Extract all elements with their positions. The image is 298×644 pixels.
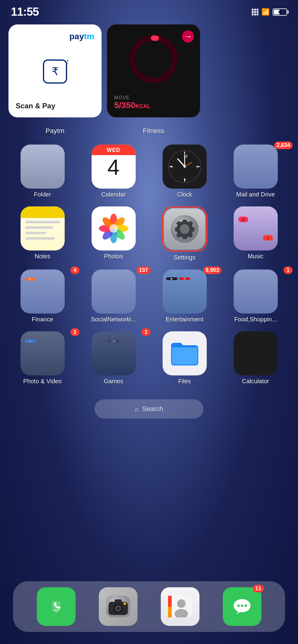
entertainment-app-icon: ▶ N bbox=[163, 269, 207, 314]
app-item-settings[interactable]: Settings bbox=[151, 206, 219, 261]
photos-label: Photos bbox=[104, 253, 123, 260]
svg-point-27 bbox=[180, 224, 189, 234]
notes-label: Notes bbox=[34, 253, 50, 260]
folder-app-icon bbox=[21, 145, 65, 189]
app-item-photo-video[interactable]: Lr 1 Photo & Video bbox=[8, 331, 76, 385]
finance-badge: 4 bbox=[70, 266, 79, 274]
paytm-widget-label: Paytm bbox=[8, 127, 102, 135]
games-badge: 1 bbox=[141, 328, 151, 336]
photo-video-badge: 1 bbox=[70, 328, 79, 336]
app-item-files[interactable]: Files bbox=[151, 331, 219, 385]
app-item-photos[interactable]: Photos bbox=[79, 206, 147, 261]
food-label: Food,Shoppin... bbox=[234, 316, 277, 323]
svg-rect-39 bbox=[168, 596, 172, 607]
calculator-label: Calculator bbox=[242, 378, 269, 385]
gear-svg bbox=[170, 214, 200, 244]
dock-app-camera[interactable] bbox=[99, 587, 138, 626]
settings-highlight-border bbox=[162, 206, 207, 252]
files-label: Files bbox=[178, 378, 191, 385]
fitness-widget-label: Fitness bbox=[107, 127, 200, 135]
music-label: Music bbox=[248, 253, 263, 260]
search-bar[interactable]: ⌕ Search bbox=[95, 399, 203, 419]
svg-point-36 bbox=[124, 602, 126, 605]
food-app-icon bbox=[234, 269, 278, 314]
settings-label: Settings bbox=[173, 254, 195, 261]
dock-app-messages[interactable]: 11 bbox=[223, 587, 261, 626]
settings-app-icon bbox=[164, 208, 206, 250]
contacts-svg bbox=[168, 596, 192, 617]
app-item-clock[interactable]: 12 6 9 3 Clock bbox=[151, 145, 219, 198]
clock-app-icon: 12 6 9 3 bbox=[163, 145, 207, 189]
cal-date: 4 bbox=[107, 156, 119, 178]
fitness-ring-svg bbox=[128, 33, 179, 85]
app-item-mail-drive[interactable]: 2,634 Mail and Drive bbox=[222, 145, 290, 198]
move-label: MOVE bbox=[114, 95, 151, 100]
app-item-finance[interactable]: Fi 4 Finance bbox=[8, 269, 76, 323]
entertainment-badge: 8,903 bbox=[203, 266, 222, 274]
app-grid: Folder WED 4 Calendar 12 bbox=[8, 145, 290, 385]
app-item-food[interactable]: 1 Food,Shoppin... bbox=[222, 269, 290, 323]
svg-text:3: 3 bbox=[196, 165, 198, 169]
fitness-widget[interactable]: → MOVE 5/350KCAL bbox=[107, 24, 200, 117]
cal-day: WED bbox=[92, 145, 136, 155]
app-item-folder[interactable]: Folder bbox=[8, 145, 76, 198]
home-screen: paytm ₹ ↑ Scan & Pay → MOVE bbox=[0, 21, 298, 438]
finance-app-icon: Fi bbox=[21, 269, 65, 314]
status-time: 11:55 bbox=[11, 5, 39, 18]
music-app-icon: ♫ ♪ bbox=[234, 206, 278, 250]
contacts-icon bbox=[161, 587, 199, 626]
finance-label: Finance bbox=[32, 316, 53, 323]
calendar-label: Calendar bbox=[101, 191, 126, 198]
photos-svg bbox=[97, 212, 130, 245]
folder-label: Folder bbox=[34, 191, 51, 198]
app-item-notes[interactable]: Notes bbox=[8, 206, 76, 261]
dock: 11 bbox=[13, 581, 285, 632]
search-icon: ⌕ bbox=[135, 406, 138, 413]
messages-badge: 11 bbox=[253, 585, 264, 592]
dock-app-phone[interactable] bbox=[37, 587, 76, 626]
entertainment-label: Entertainment bbox=[166, 316, 203, 323]
photo-video-label: Photo & Video bbox=[23, 378, 62, 385]
svg-point-47 bbox=[241, 604, 243, 607]
rupee-arrow-icon: ↑ bbox=[66, 57, 70, 65]
svg-text:9: 9 bbox=[171, 165, 173, 169]
photo-video-icon: Lr bbox=[21, 331, 65, 375]
games-icon: CoD bbox=[92, 331, 136, 375]
app-item-games[interactable]: CoD 1 Games bbox=[79, 331, 147, 385]
search-label: Search bbox=[142, 405, 163, 413]
svg-point-24 bbox=[109, 224, 118, 233]
svg-point-35 bbox=[117, 607, 120, 610]
svg-point-41 bbox=[177, 599, 186, 608]
rupee-box: ₹ ↑ bbox=[43, 59, 67, 84]
social-label: SocialNetworki... bbox=[91, 316, 136, 323]
files-app-icon bbox=[163, 331, 207, 375]
camera-icon bbox=[99, 587, 138, 626]
svg-text:6: 6 bbox=[184, 178, 186, 181]
fitness-arrow-icon: → bbox=[182, 30, 194, 43]
clock-face-svg: 12 6 9 3 bbox=[168, 150, 201, 183]
mail-drive-badge: 2,634 bbox=[274, 142, 293, 149]
phone-icon bbox=[37, 587, 76, 626]
camera-svg bbox=[106, 596, 130, 617]
svg-rect-40 bbox=[168, 607, 172, 617]
paytm-widget[interactable]: paytm ₹ ↑ Scan & Pay bbox=[8, 24, 102, 117]
app-item-social[interactable]: 197 SocialNetworki... bbox=[79, 269, 147, 323]
svg-point-46 bbox=[237, 604, 240, 607]
svg-point-28 bbox=[56, 612, 57, 613]
svg-point-0 bbox=[132, 38, 175, 80]
games-label: Games bbox=[104, 378, 123, 385]
fitness-info: MOVE 5/350KCAL bbox=[114, 95, 151, 110]
photos-app-icon bbox=[92, 206, 136, 250]
move-value: 5/350KCAL bbox=[114, 100, 151, 110]
paytm-icon: ₹ ↑ bbox=[16, 41, 94, 102]
dock-app-contacts[interactable] bbox=[161, 587, 199, 626]
food-badge: 1 bbox=[283, 266, 293, 274]
app-item-calculator[interactable]: Calculator bbox=[222, 331, 290, 385]
app-item-calendar[interactable]: WED 4 Calendar bbox=[79, 145, 147, 198]
app-item-entertainment[interactable]: ▶ N 8,903 Entertainment bbox=[151, 269, 219, 323]
paytm-logo: paytm bbox=[16, 32, 94, 41]
social-badge: 197 bbox=[137, 266, 151, 274]
app-item-music[interactable]: ♫ ♪ Music bbox=[222, 206, 290, 261]
svg-point-48 bbox=[245, 604, 247, 607]
scan-pay-label: Scan & Pay bbox=[16, 102, 94, 110]
